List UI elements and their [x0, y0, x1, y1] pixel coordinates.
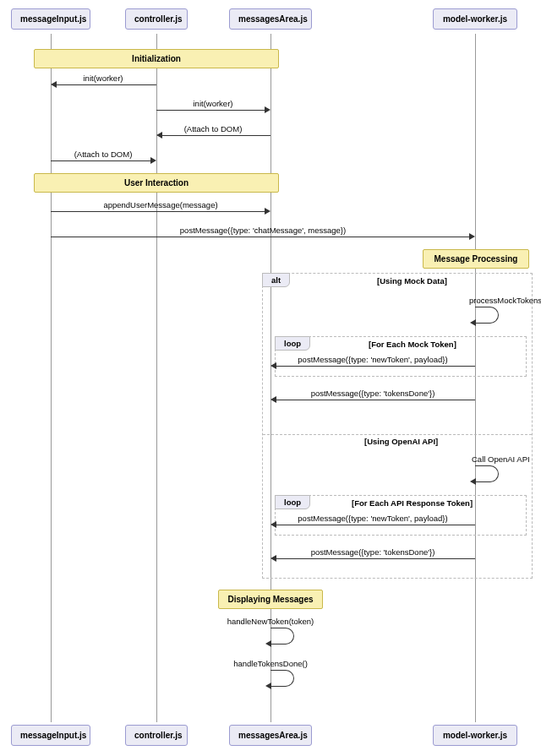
participant-message-input-bottom: messageInput.js	[11, 725, 90, 746]
arrow-m11	[276, 525, 475, 525]
msg-attach-dom-2: (Attach to DOM)	[74, 150, 133, 159]
arrow-head-m12	[270, 555, 276, 562]
note-message-processing: Message Processing	[423, 249, 529, 269]
msg-tokens-done-mock: postMessage({type: 'tokensDone'})	[311, 389, 435, 398]
sequence-diagram: messageInput.js controller.js messagesAr…	[0, 0, 541, 756]
selfloop-m13	[270, 628, 294, 645]
arrow-head-m8	[270, 362, 276, 369]
selfloop-m10	[475, 465, 499, 482]
msg-new-token-mock: postMessage({type: 'newToken', payload})	[298, 355, 447, 364]
arrow-head-m5	[265, 208, 270, 215]
arrow-m3	[161, 135, 270, 136]
msg-attach-dom-1: (Attach to DOM)	[184, 124, 243, 133]
arrow-head-m1	[51, 81, 57, 88]
note-initialization: Initialization	[34, 49, 279, 68]
arrow-head-m3	[156, 132, 162, 139]
participant-messages-area-bottom: messagesArea.js	[229, 725, 312, 746]
lifeline-message-input	[51, 34, 52, 722]
selfloop-m7	[475, 307, 499, 324]
note-user-interaction: User Interaction	[34, 173, 279, 193]
msg-append-user-message: appendUserMessage(message)	[103, 200, 217, 209]
loop-condition-api: [For Each API Response Token]	[352, 498, 473, 508]
msg-process-mock-tokens: processMockTokens()	[469, 296, 541, 305]
arrow-m9	[276, 400, 475, 400]
loop-label-mock: loop	[275, 336, 310, 351]
msg-tokens-done-api: postMessage({type: 'tokensDone'})	[311, 547, 435, 557]
arrow-m12	[276, 558, 475, 559]
arrow-head-m4	[150, 157, 156, 164]
msg-init-worker-2: init(worker)	[194, 99, 233, 108]
arrow-m8	[276, 366, 475, 367]
arrow-m6	[51, 237, 469, 237]
msg-init-worker-1: init(worker)	[84, 73, 123, 83]
alt-label: alt	[262, 273, 290, 287]
alt-condition-api: [Using OpenAI API]	[364, 437, 438, 446]
participant-message-input-top: messageInput.js	[11, 8, 90, 30]
note-displaying-messages: Displaying Messages	[218, 590, 323, 609]
alt-divider	[263, 434, 532, 435]
arrow-head-m2	[265, 106, 270, 113]
msg-call-openai-api: Call OpenAI API	[472, 454, 530, 464]
loop-condition-mock: [For Each Mock Token]	[369, 340, 456, 349]
participant-controller-top: controller.js	[125, 8, 188, 30]
participant-controller-bottom: controller.js	[125, 725, 188, 746]
participant-model-worker-bottom: model-worker.js	[433, 725, 517, 746]
participant-messages-area-top: messagesArea.js	[229, 8, 312, 30]
alt-condition-mock: [Using Mock Data]	[377, 276, 447, 286]
arrow-m4	[51, 160, 150, 161]
arrow-head-m9	[270, 396, 276, 403]
msg-handle-new-token: handleNewToken(token)	[227, 617, 314, 626]
arrow-m5	[51, 211, 265, 212]
loop-label-api: loop	[275, 495, 310, 509]
participant-model-worker-top: model-worker.js	[433, 8, 517, 30]
arrow-head-m11	[270, 521, 276, 528]
msg-post-chat-message: postMessage({type: 'chatMessage', messag…	[180, 226, 346, 235]
msg-new-token-api: postMessage({type: 'newToken', payload})	[298, 514, 447, 523]
selfloop-m14	[270, 670, 294, 687]
arrow-head-m6	[469, 233, 475, 240]
arrow-m1	[56, 84, 156, 85]
arrow-m2	[156, 110, 265, 111]
msg-handle-tokens-done: handleTokensDone()	[233, 659, 308, 668]
